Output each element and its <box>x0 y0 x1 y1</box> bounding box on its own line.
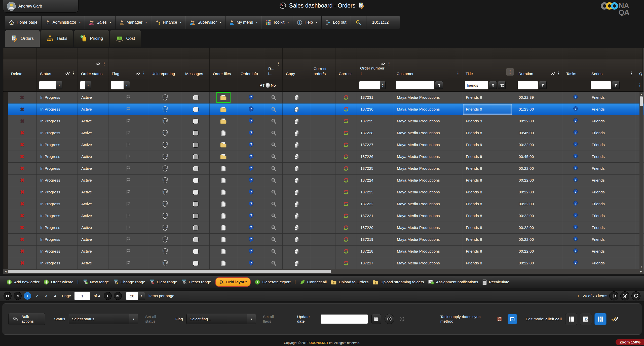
cell-duration[interactable]: 00:22:00 <box>515 186 563 198</box>
cell-order-files[interactable] <box>210 139 237 151</box>
shield-icon[interactable]: 1 - 9 <box>162 118 168 124</box>
delete-x-icon[interactable]: ✖ <box>20 236 24 243</box>
cell-correct[interactable] <box>335 151 357 162</box>
cell-copy[interactable] <box>283 115 310 127</box>
file-icon[interactable] <box>220 165 226 172</box>
cell-customer[interactable]: Maya Media Productions <box>393 92 462 103</box>
cell-review[interactable] <box>265 103 283 115</box>
table-row[interactable]: ✖In ProgressActive1 - 9?187229Maya Media… <box>8 115 643 127</box>
double-check-icon[interactable] <box>65 72 70 75</box>
update-date-input[interactable] <box>321 315 368 324</box>
column-header-status[interactable]: Status ⋮ <box>37 59 78 79</box>
cell-order-status[interactable]: Active <box>78 103 108 115</box>
change-range-button[interactable]: Change range <box>113 279 145 285</box>
cell-duration[interactable]: 00:22:00 <box>515 222 563 233</box>
cell-review[interactable] <box>265 198 283 210</box>
cell-copy[interactable] <box>283 234 310 245</box>
magnifier-icon[interactable] <box>271 95 277 100</box>
page-number-1[interactable]: 1 <box>24 292 31 300</box>
cell-messages[interactable] <box>182 257 210 269</box>
cell-order-files[interactable] <box>210 234 237 245</box>
cell-order-number[interactable]: 187220 <box>357 222 393 233</box>
cell-messages[interactable] <box>182 234 210 245</box>
flag-outline-icon[interactable] <box>126 130 131 136</box>
cell-status[interactable]: In Progress <box>37 246 78 257</box>
delete-x-icon[interactable]: ✖ <box>20 248 24 254</box>
cell-order-number[interactable]: 187219 <box>357 234 393 245</box>
copy-icon[interactable] <box>294 189 299 195</box>
messages-icon[interactable] <box>193 260 199 266</box>
page-number-3[interactable]: 3 <box>43 292 49 300</box>
copy-icon[interactable] <box>294 177 299 184</box>
flag-outline-icon[interactable] <box>126 118 131 124</box>
info-bubble-icon[interactable]: i <box>573 177 578 183</box>
cell-customer[interactable]: Maya Media Productions <box>393 115 462 127</box>
assignment-notifications-button[interactable]: Assignment notifications <box>428 280 478 285</box>
cell-order-number[interactable]: 187225 <box>357 163 393 174</box>
cell-order-number[interactable]: 187223 <box>357 186 393 198</box>
cell-copy[interactable] <box>283 210 310 222</box>
question-bubble-icon[interactable]: ? <box>248 189 254 195</box>
menu-item-manager[interactable]: Manager▼ <box>116 16 151 29</box>
cell-order-status[interactable]: Active <box>78 246 108 257</box>
cell-delete[interactable]: ✖ <box>8 92 37 103</box>
column-header-order-number[interactable]: Order number ↓ ⋮ <box>357 59 393 79</box>
flag-outline-icon[interactable] <box>126 166 131 171</box>
time-picker-button[interactable] <box>385 314 394 324</box>
cell-title[interactable]: Friends 9 <box>462 139 515 151</box>
cell-duration[interactable]: 00:22:00 <box>515 163 563 174</box>
cell-order-number[interactable]: 187228 <box>357 127 393 139</box>
cell-correct-orders[interactable] <box>310 115 335 127</box>
magnifier-icon[interactable] <box>271 130 277 136</box>
cell-correct[interactable] <box>335 210 357 222</box>
messages-icon[interactable] <box>193 225 199 231</box>
table-row[interactable]: ✖In ProgressActive1 - 9?187219Maya Media… <box>8 234 643 246</box>
cell-unit-reporting[interactable]: 1 - 9 <box>148 115 182 127</box>
cell-order-status[interactable]: Active <box>78 175 108 186</box>
user-chip[interactable]: Andrew Garb <box>3 0 79 13</box>
cell-unit-reporting[interactable]: 1 - 9 <box>148 210 182 222</box>
magnifier-icon[interactable] <box>271 142 277 148</box>
cell-review[interactable] <box>265 234 283 245</box>
cell-status[interactable]: In Progress <box>37 257 78 269</box>
info-bubble-icon[interactable]: i <box>573 106 578 112</box>
cell-series[interactable]: Friends <box>588 175 636 186</box>
copy-icon[interactable] <box>294 165 299 172</box>
cell-copy[interactable] <box>283 92 310 103</box>
add-new-order-button[interactable]: Add new order <box>7 279 40 285</box>
cell-order-info[interactable]: ? <box>237 210 265 222</box>
table-row[interactable]: ✖In ProgressActive1 - 9?187224Maya Media… <box>8 175 643 186</box>
question-bubble-icon[interactable]: ? <box>248 248 254 255</box>
cell-order-info[interactable]: ? <box>237 139 265 151</box>
cell-correct-orders[interactable] <box>310 198 335 210</box>
messages-icon[interactable] <box>193 178 199 183</box>
info-bubble-icon[interactable]: i <box>573 213 578 219</box>
cell-order-status[interactable]: Active <box>78 257 108 269</box>
flag-outline-icon[interactable] <box>126 189 131 195</box>
cell-flag[interactable] <box>108 222 148 233</box>
new-range-button[interactable]: New range <box>83 279 109 285</box>
cell-status[interactable]: In Progress <box>37 186 78 198</box>
cell-delete[interactable]: ✖ <box>8 139 37 151</box>
shield-icon[interactable]: 1 - 9 <box>162 189 168 195</box>
cell-customer[interactable]: Maya Media Productions <box>393 210 462 222</box>
cell-order-info[interactable]: ? <box>237 115 265 127</box>
cell-flag[interactable] <box>108 186 148 198</box>
cell-messages[interactable] <box>182 163 210 174</box>
menu-item-log-out[interactable]: Log out <box>322 16 350 29</box>
file-icon[interactable] <box>220 130 226 136</box>
cell-status[interactable]: In Progress <box>37 92 78 103</box>
items-per-page-select[interactable]: 20 ▼ <box>126 292 145 300</box>
delete-x-icon[interactable]: ✖ <box>20 201 24 207</box>
cell-title[interactable]: Friends 8 <box>462 234 515 245</box>
cell-correct[interactable] <box>335 103 357 115</box>
set-all-flags-button[interactable]: Set all flags <box>263 315 282 324</box>
magnifier-icon[interactable] <box>271 107 277 112</box>
column-header-flag[interactable]: Flag ⋮ <box>108 59 148 79</box>
cell-copy[interactable] <box>283 163 310 174</box>
question-bubble-icon[interactable]: ? <box>248 260 254 266</box>
cell-messages[interactable] <box>182 103 210 115</box>
cell-order-number[interactable]: 187222 <box>357 198 393 210</box>
cell-flag[interactable] <box>108 151 148 162</box>
edit-document-icon[interactable] <box>358 2 365 9</box>
